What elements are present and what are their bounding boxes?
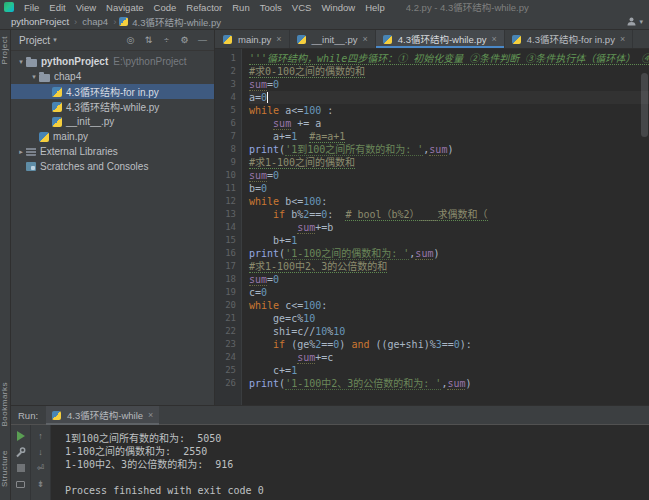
- pycharm-logo-icon: [4, 2, 14, 12]
- menu-run[interactable]: Run: [227, 2, 254, 13]
- chevron-icon[interactable]: ▾: [29, 73, 39, 81]
- python-file-icon: [297, 35, 306, 44]
- chevron-down-icon[interactable]: ▾: [53, 36, 57, 44]
- breadcrumb: pythonProject›chap4›4.3循环结构-while.py: [9, 15, 223, 29]
- menu-tools[interactable]: Tools: [255, 2, 287, 13]
- rerun-icon[interactable]: [15, 430, 27, 442]
- scroll-end-icon[interactable]: ⇟: [35, 478, 47, 490]
- settings-wrench-icon[interactable]: [15, 446, 27, 458]
- line-number: 25: [215, 364, 236, 377]
- tree-item[interactable]: __init__.py: [11, 114, 214, 129]
- code-line: if b%2==0: # bool（b%2）___求偶数和（: [249, 208, 649, 221]
- console-line: [65, 471, 649, 484]
- menu-vcs[interactable]: VCS: [287, 2, 317, 13]
- tree-item[interactable]: ▾pythonProjectE:\pythonProject: [11, 54, 214, 69]
- menu-edit[interactable]: Edit: [44, 2, 70, 13]
- python-file-icon: [512, 35, 521, 44]
- run-panel-header: Run: 4.3循环结构-while ×: [11, 406, 649, 425]
- python-file-icon: [223, 35, 232, 44]
- tree-item-label: chap4: [54, 71, 81, 82]
- run-tab[interactable]: 4.3循环结构-while ×: [46, 406, 159, 425]
- menu-navigate[interactable]: Navigate: [101, 2, 149, 13]
- show-console-icon[interactable]: [15, 478, 27, 490]
- menu-view[interactable]: View: [71, 2, 101, 13]
- breadcrumb-item[interactable]: chap4: [80, 16, 110, 27]
- collapse-all-icon[interactable]: ÷: [161, 35, 172, 45]
- tool-stripe-structure[interactable]: Structure: [0, 450, 11, 487]
- tool-stripe-project[interactable]: Project: [0, 36, 11, 64]
- down-stack-icon[interactable]: ↓: [35, 446, 47, 458]
- menu-file[interactable]: File: [19, 2, 44, 13]
- tree-item[interactable]: 4.3循环结构-while.py: [11, 99, 214, 114]
- run-console[interactable]: 1到100之间所有数的和为: 50501-100之间的偶数和为: 25501-1…: [51, 425, 649, 500]
- tree-item[interactable]: ▸External Libraries: [11, 144, 214, 159]
- chevron-icon[interactable]: ▾: [16, 58, 26, 66]
- tree-item[interactable]: Scratches and Consoles: [11, 159, 214, 174]
- editor-tab-0[interactable]: main.py×: [216, 30, 290, 48]
- project-tree: ▾pythonProjectE:\pythonProject▾chap44.3循…: [11, 51, 214, 174]
- chevron-icon[interactable]: ▸: [16, 148, 26, 156]
- breadcrumb-separator: ›: [71, 16, 80, 27]
- py-icon: [52, 102, 62, 112]
- line-number: 1: [215, 52, 236, 65]
- locate-icon[interactable]: ◎: [125, 35, 136, 45]
- gear-icon[interactable]: ⚙: [179, 35, 190, 45]
- code-line: sum=0: [249, 273, 649, 286]
- code-line: c=0: [249, 286, 649, 299]
- editor-tab-1[interactable]: __init__.py×: [290, 30, 376, 48]
- tree-item-label: __init__.py: [66, 116, 114, 127]
- python-file-icon: [52, 411, 61, 420]
- project-panel-title[interactable]: Project: [19, 35, 50, 46]
- python-file-icon: [383, 35, 392, 44]
- expand-all-icon[interactable]: ⇅: [143, 35, 154, 45]
- editor-scrollbar[interactable]: [641, 73, 648, 137]
- folder-icon: [39, 74, 50, 82]
- menu-window[interactable]: Window: [316, 2, 360, 13]
- editor-tab-label: main.py: [238, 34, 271, 45]
- menu-refactor[interactable]: Refactor: [181, 2, 227, 13]
- close-icon[interactable]: ×: [362, 34, 367, 44]
- close-icon[interactable]: ×: [491, 34, 496, 44]
- menu-help[interactable]: Help: [360, 2, 390, 13]
- editor-tab-2[interactable]: 4.3循环结构-while.py×: [376, 30, 505, 48]
- line-number: 6: [215, 117, 236, 130]
- stop-icon[interactable]: [15, 462, 27, 474]
- user-icon: [626, 16, 637, 27]
- up-stack-icon[interactable]: ↑: [35, 430, 47, 442]
- editor-tab-3[interactable]: 4.3循环结构-for in.py×: [505, 30, 633, 48]
- close-icon[interactable]: ×: [276, 34, 281, 44]
- py-icon: [52, 87, 62, 97]
- line-number: 9: [215, 156, 236, 169]
- line-number: 15: [215, 234, 236, 247]
- tree-item[interactable]: main.py: [11, 129, 214, 144]
- line-number: 22: [215, 325, 236, 338]
- menu-items: FileEditViewNavigateCodeRefactorRunTools…: [19, 2, 390, 13]
- code-line: a=0: [249, 91, 649, 104]
- close-icon[interactable]: ×: [148, 410, 153, 420]
- code-line: if (ge%2==0) and ((ge+shi)%3==0):: [249, 338, 649, 351]
- hide-icon[interactable]: —: [197, 35, 208, 45]
- python-file-icon: [119, 17, 128, 26]
- code-line: '''循环结构，while四步循环：① 初始化变量 ②条件判断 ③条件执行体（循…: [249, 52, 649, 65]
- code-editor[interactable]: 1234567891011121314151617181920212223242…: [215, 49, 649, 405]
- line-number: 14: [215, 221, 236, 234]
- tree-item-label: External Libraries: [40, 146, 118, 157]
- tree-item[interactable]: ▾chap4: [11, 69, 214, 84]
- softwrap-icon[interactable]: ⏎: [35, 462, 47, 474]
- breadcrumb-item[interactable]: 4.3循环结构-while.py: [130, 15, 223, 29]
- code-line: sum += a: [249, 117, 649, 130]
- breadcrumb-item[interactable]: pythonProject: [9, 16, 71, 27]
- close-icon[interactable]: ×: [620, 34, 625, 44]
- run-tab-label: 4.3循环结构-while: [67, 408, 143, 422]
- line-number: 18: [215, 273, 236, 286]
- line-number: 26: [215, 377, 236, 390]
- line-number: 24: [215, 351, 236, 364]
- menu-code[interactable]: Code: [149, 2, 182, 13]
- run-config-selector[interactable]: ▾: [626, 16, 643, 27]
- py-icon: [52, 117, 62, 127]
- editor-tab-label: 4.3循环结构-while.py: [398, 32, 487, 46]
- run-toolbar: [11, 425, 31, 500]
- tree-item[interactable]: 4.3循环结构-for in.py: [11, 84, 214, 99]
- tool-stripe-bookmarks[interactable]: Bookmarks: [0, 382, 11, 427]
- line-number-gutter: 1234567891011121314151617181920212223242…: [215, 49, 242, 405]
